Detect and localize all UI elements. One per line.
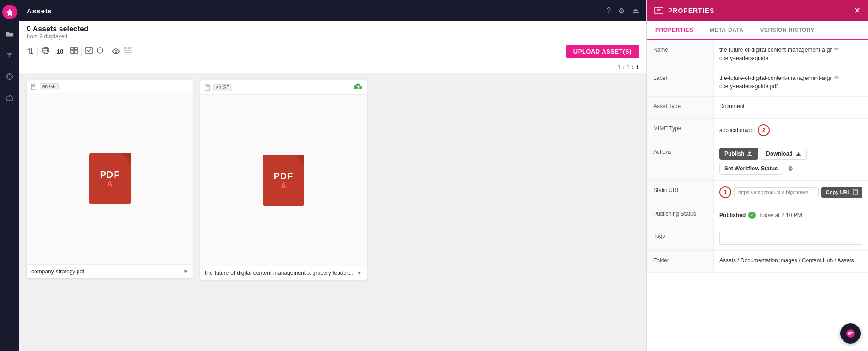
prop-value-label: the-future-of-digital-content-management… [714,68,868,96]
tab-metadata[interactable]: META-DATA [701,21,752,40]
svg-rect-21 [128,47,132,48]
mime-type-annotation: 2 [758,124,770,136]
checkbox-icon[interactable] [85,47,93,56]
logout-icon[interactable]: ⏏ [632,6,639,15]
chevron-down-icon-1[interactable]: ▼ [183,268,188,275]
svg-point-19 [115,50,117,53]
prop-label-folder: Folder [647,251,714,272]
top-header: Assets ? ⚙ ⏏ [19,0,646,21]
prop-row-tags: Tags [647,226,868,251]
sort-icon[interactable]: ⇅ [27,47,34,57]
section-title: Assets [27,7,52,15]
name-value-text: the-future-of-digital-content-management… [719,46,832,62]
asset-card-1: en-GB PDF A company-strategy.pdf ▼ [27,80,193,278]
prop-label-tags: Tags [647,226,714,250]
svg-rect-13 [71,47,73,50]
name-edit-icon[interactable]: ✏ [834,46,839,53]
svg-rect-24 [124,52,132,53]
tab-version-history[interactable]: VERSION HISTORY [752,21,823,40]
label-edit-icon[interactable]: ✏ [834,74,839,81]
tab-properties[interactable]: PROPERTIES [647,21,701,40]
settings-icon[interactable]: ⚙ [618,6,625,15]
eye-icon[interactable] [112,47,120,56]
download-icon [795,151,802,157]
page-total: 1 [636,64,639,71]
assets-selected-count: 0 Assets selected [27,25,639,33]
app-logo[interactable] [2,5,17,19]
download-button[interactable]: Download [761,148,806,160]
copy-icon [852,189,858,195]
asset-card-2: en-GB PDF A the-future-of-digital-conten… [200,80,367,280]
prop-value-static-url: 1 Copy URL [714,181,868,204]
chevron-down-icon-2[interactable]: ▼ [356,270,362,276]
separator2 [81,47,82,56]
prop-label-publishing-status: Publishing Status [647,204,714,226]
pdf-icon-1: PDF A [89,153,131,204]
svg-rect-22 [128,48,131,49]
copy-url-button[interactable]: Copy URL [821,187,862,198]
assets-from-displayed: from 9 displayed [27,33,639,40]
sidebar-icon-tools[interactable] [3,70,16,83]
prop-row-label: Label the-future-of-digital-content-mana… [647,68,868,97]
properties-body: Name the-future-of-digital-content-manag… [647,40,868,351]
publish-label: Publish [724,151,744,157]
asset-card-1-header: en-GB [27,80,193,93]
items-per-page[interactable]: 10 [54,47,66,56]
prop-label-mime-type: MIME Type [647,119,714,142]
upload-button[interactable]: UPLOAD ASSET(S) [566,45,639,58]
pattern-icon[interactable] [124,46,132,57]
published-cloud-icon [354,83,363,91]
pdf-icon-2: PDF A [263,155,304,206]
sidebar-icon-filter[interactable] [3,49,16,62]
gear-icon[interactable]: ⚙ [788,165,794,172]
svg-rect-15 [71,51,73,54]
chatbot-button[interactable] [840,323,861,344]
svg-rect-36 [854,191,857,195]
properties-header-icon [654,7,663,14]
globe-icon[interactable] [42,46,50,57]
tags-input[interactable] [719,232,862,245]
help-icon[interactable]: ? [607,6,611,15]
prop-row-asset-type: Asset Type Document [647,97,868,119]
prop-value-folder: Assets / Documentation images / Content … [714,251,868,272]
svg-rect-6 [7,97,12,101]
file-icon-1 [30,84,37,90]
prop-value-tags[interactable] [714,226,868,250]
download-label: Download [766,151,792,157]
file-icon-2 [204,84,211,91]
prop-value-publishing-status: Published ✓ Today at 2:10 PM [714,204,868,226]
prop-value-asset-type: Document [714,97,868,118]
prop-label-name: Name [647,40,714,68]
label-value-text: the-future-of-digital-content-management… [719,74,832,91]
prop-row-actions: Actions Publish Download Set Workflow St… [647,142,868,181]
grid-icon[interactable] [70,47,78,56]
circle-icon[interactable] [96,47,104,56]
pagination-bar: 1 ‹ 1 › 1 [19,61,646,73]
asset-filename-1: company-strategy.pdf [31,268,183,275]
workflow-button[interactable]: Set Workflow Status [719,163,783,175]
sidebar-icon-folder[interactable] [3,28,16,41]
separator3 [108,47,108,56]
properties-tabs: PROPERTIES META-DATA VERSION HISTORY [647,21,868,40]
asset-card-2-footer[interactable]: the-future-of-digital-content-management… [200,266,367,280]
assets-bar: 0 Assets selected from 9 displayed [19,21,646,42]
sidebar-icon-box[interactable] [3,91,16,104]
properties-panel: PROPERTIES ✕ PROPERTIES META-DATA VERSIO… [646,0,868,351]
asset-lang-badge-2: en-GB [213,84,232,91]
properties-close-button[interactable]: ✕ [854,6,861,16]
static-url-input[interactable] [734,187,819,197]
prop-row-static-url: Static URL 1 Copy URL [647,181,868,204]
prop-row-name: Name the-future-of-digital-content-manag… [647,40,868,68]
prop-label-label: Label [647,68,714,96]
published-time: Today at 2:10 PM [759,212,802,218]
static-url-annotation: 1 [719,186,731,198]
toolbar: ⇅ 10 UPLOAD ASSET(S) [19,42,646,61]
publish-button[interactable]: Publish [719,148,758,160]
prop-value-mime-type: application/pdf 2 [714,119,868,142]
page-next-arrow[interactable]: › [632,63,634,71]
asset-grid: en-GB PDF A company-strategy.pdf ▼ e [19,73,646,351]
asset-card-1-body: PDF A [27,93,193,264]
asset-card-1-footer[interactable]: company-strategy.pdf ▼ [27,264,193,278]
page-prev-arrow[interactable]: ‹ [622,63,625,71]
copy-url-label: Copy URL [826,189,850,195]
